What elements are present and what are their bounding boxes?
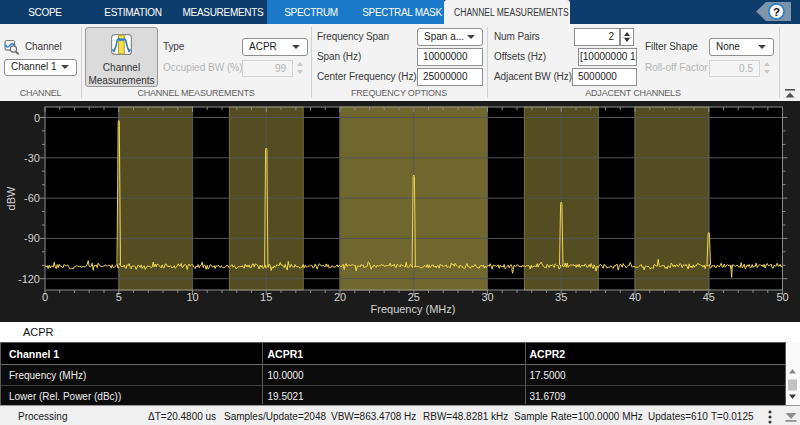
svg-text:-120: -120	[18, 273, 40, 285]
svg-text:-30: -30	[24, 152, 40, 164]
svg-text:20: 20	[334, 291, 346, 303]
svg-text:40: 40	[629, 291, 641, 303]
svg-text:Frequency (MHz): Frequency (MHz)	[371, 303, 456, 315]
svg-text:-90: -90	[24, 232, 40, 244]
svg-text:25: 25	[408, 291, 420, 303]
svg-text:35: 35	[555, 291, 567, 303]
svg-text:?: ?	[773, 6, 780, 18]
svg-text:50: 50	[776, 291, 788, 303]
svg-text:30: 30	[481, 291, 493, 303]
svg-text:0: 0	[34, 112, 40, 124]
svg-text:0: 0	[42, 291, 48, 303]
svg-text:-60: -60	[24, 192, 40, 204]
svg-text:5: 5	[116, 291, 122, 303]
svg-text:15: 15	[260, 291, 272, 303]
svg-text:dBW: dBW	[5, 186, 17, 210]
svg-text:10: 10	[186, 291, 198, 303]
svg-text:45: 45	[703, 291, 715, 303]
